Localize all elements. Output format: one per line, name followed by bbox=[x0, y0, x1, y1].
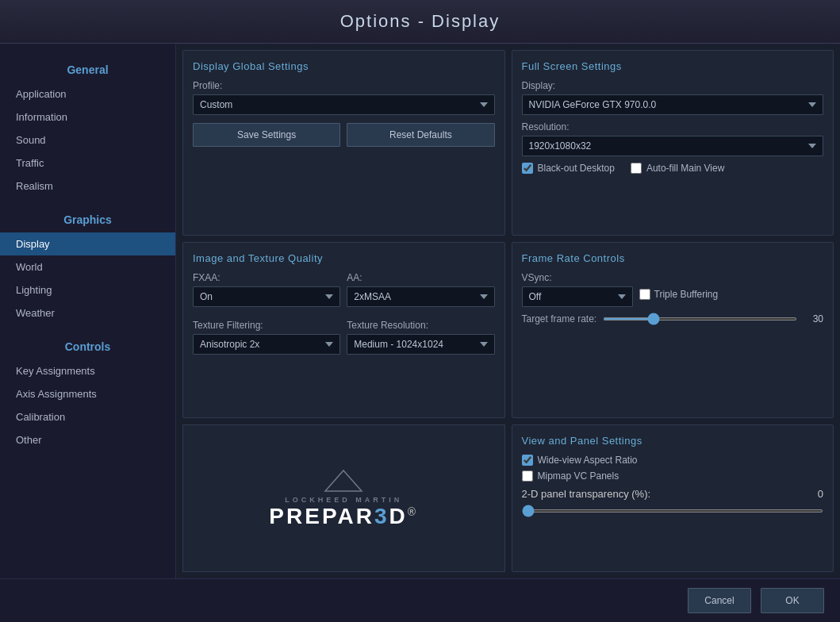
sidebar: General Application Information Sound Tr… bbox=[0, 44, 176, 578]
sidebar-item-display[interactable]: Display bbox=[0, 232, 175, 255]
transparency-slider[interactable] bbox=[522, 509, 824, 513]
sidebar-item-sound[interactable]: Sound bbox=[0, 129, 175, 152]
sidebar-item-information[interactable]: Information bbox=[0, 106, 175, 129]
sidebar-item-other[interactable]: Other bbox=[0, 428, 175, 451]
fxaa-label: FXAA: bbox=[193, 272, 340, 283]
frame-rate-slider-row: Target frame rate: 30 bbox=[522, 313, 824, 324]
ok-button[interactable]: OK bbox=[761, 588, 824, 613]
frame-rate-title: Frame Rate Controls bbox=[522, 252, 824, 264]
title-bar: Options - Display bbox=[0, 0, 840, 44]
wide-view-row: Wide-view Aspect Ratio bbox=[522, 455, 824, 466]
svg-marker-0 bbox=[325, 470, 362, 491]
full-screen-panel: Full Screen Settings Display: NVIDIA GeF… bbox=[512, 50, 834, 236]
texture-res-label: Texture Resolution: bbox=[347, 320, 494, 331]
fxaa-select[interactable]: On bbox=[193, 286, 340, 307]
sidebar-item-world[interactable]: World bbox=[0, 255, 175, 278]
aa-select[interactable]: 2xMSAA bbox=[347, 286, 494, 307]
sidebar-item-axis-assignments[interactable]: Axis Assignments bbox=[0, 382, 175, 405]
mipmap-label: Mipmap VC Panels bbox=[538, 470, 619, 482]
transparency-label: 2-D panel transparency (%): bbox=[522, 488, 651, 500]
image-texture-title: Image and Texture Quality bbox=[193, 252, 495, 264]
texture-filter-label: Texture Filtering: bbox=[193, 320, 340, 331]
view-panel-title: View and Panel Settings bbox=[522, 435, 824, 447]
content-area: Display Global Settings Profile: Custom … bbox=[176, 44, 840, 578]
triple-buffering-row: Triple Buffering bbox=[639, 289, 719, 300]
sidebar-item-realism[interactable]: Realism bbox=[0, 175, 175, 198]
logo-3-text: 3 bbox=[374, 504, 389, 528]
display-global-panel: Display Global Settings Profile: Custom … bbox=[182, 50, 505, 236]
lockheed-text: LOCKHEED MARTIN bbox=[269, 496, 418, 504]
cancel-button[interactable]: Cancel bbox=[688, 588, 751, 613]
sidebar-item-key-assignments[interactable]: Key Assignments bbox=[0, 359, 175, 382]
sidebar-section-graphics: Graphics bbox=[0, 205, 175, 232]
image-texture-panel: Image and Texture Quality FXAA: On AA: 2… bbox=[182, 242, 505, 418]
autofill-checkbox-row: Auto-fill Main View bbox=[631, 163, 724, 174]
vsync-label: VSync: bbox=[522, 272, 824, 283]
sidebar-item-calibration[interactable]: Calibration bbox=[0, 405, 175, 428]
texture-filter-select[interactable]: Anisotropic 2x bbox=[193, 334, 340, 355]
vsync-select[interactable]: Off bbox=[522, 286, 633, 307]
texture-res-select[interactable]: Medium - 1024x1024 bbox=[347, 334, 494, 355]
sidebar-item-traffic[interactable]: Traffic bbox=[0, 152, 175, 175]
display-global-title: Display Global Settings bbox=[193, 60, 495, 72]
profile-select[interactable]: Custom bbox=[193, 94, 495, 115]
reset-defaults-button[interactable]: Reset Defaults bbox=[347, 123, 494, 147]
logo-panel: LOCKHEED MARTIN PREPAR3D® bbox=[182, 424, 505, 572]
target-frame-rate-label: Target frame rate: bbox=[522, 313, 597, 324]
wide-view-label: Wide-view Aspect Ratio bbox=[538, 455, 638, 466]
triple-buffering-label: Triple Buffering bbox=[654, 289, 719, 300]
frame-rate-value: 30 bbox=[804, 313, 823, 324]
blackout-label: Black-out Desktop bbox=[538, 163, 615, 174]
sidebar-item-application[interactable]: Application bbox=[0, 83, 175, 106]
autofill-label: Auto-fill Main View bbox=[646, 163, 724, 174]
prepar-text: PREPAR bbox=[269, 504, 374, 528]
sidebar-item-weather[interactable]: Weather bbox=[0, 301, 175, 324]
view-panel: View and Panel Settings Wide-view Aspect… bbox=[512, 424, 834, 572]
mipmap-checkbox[interactable] bbox=[522, 470, 533, 482]
logo-d-text: D bbox=[389, 504, 408, 528]
blackout-checkbox[interactable] bbox=[522, 163, 533, 174]
mipmap-row: Mipmap VC Panels bbox=[522, 470, 824, 482]
triple-buffering-checkbox[interactable] bbox=[639, 289, 650, 300]
display-select[interactable]: NVIDIA GeForce GTX 970.0.0 bbox=[522, 94, 824, 115]
resolution-label: Resolution: bbox=[522, 121, 824, 132]
bottom-bar: Cancel OK bbox=[0, 578, 840, 622]
sidebar-section-general: General bbox=[0, 56, 175, 83]
blackout-checkbox-row: Black-out Desktop bbox=[522, 163, 615, 174]
full-screen-title: Full Screen Settings bbox=[522, 60, 824, 72]
main-layout: General Application Information Sound Tr… bbox=[0, 44, 840, 578]
logo-arrow-icon bbox=[324, 469, 363, 493]
sidebar-item-lighting[interactable]: Lighting bbox=[0, 278, 175, 301]
aa-label: AA: bbox=[347, 272, 494, 283]
prepar3d-text: PREPAR3D® bbox=[269, 505, 418, 528]
autofill-checkbox[interactable] bbox=[631, 163, 642, 174]
frame-rate-panel: Frame Rate Controls VSync: Off Triple Bu… bbox=[512, 242, 834, 418]
sidebar-section-controls: Controls bbox=[0, 332, 175, 359]
transparency-value: 0 bbox=[818, 488, 823, 500]
frame-rate-slider[interactable] bbox=[603, 317, 797, 321]
profile-label: Profile: bbox=[193, 80, 495, 91]
display-label: Display: bbox=[522, 80, 824, 91]
resolution-select[interactable]: 1920x1080x32 bbox=[522, 136, 824, 156]
logo-registered: ® bbox=[408, 505, 418, 518]
page-title: Options - Display bbox=[340, 11, 501, 32]
save-settings-button[interactable]: Save Settings bbox=[193, 123, 340, 147]
wide-view-checkbox[interactable] bbox=[522, 455, 533, 466]
